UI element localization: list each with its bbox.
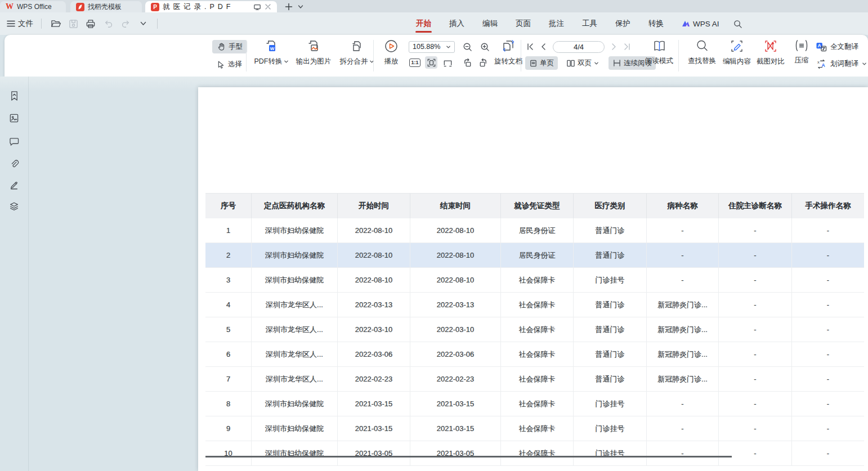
table-cell: - (647, 441, 719, 465)
table-cell: 普通门诊 (574, 293, 647, 317)
single-page-icon (529, 59, 538, 68)
signature-panel-icon[interactable] (7, 178, 21, 192)
wps-ai-label: WPS AI (693, 20, 719, 28)
undo-icon[interactable] (102, 17, 114, 30)
redo-icon[interactable] (119, 17, 132, 30)
edit-content-button[interactable]: 编辑内容 (720, 35, 754, 73)
layers-panel-icon[interactable] (7, 199, 21, 214)
save-icon[interactable] (67, 17, 79, 30)
menu-item-home[interactable]: 开始 (415, 12, 432, 35)
print-icon[interactable] (84, 17, 97, 30)
bookmark-panel-icon[interactable] (7, 88, 21, 103)
thumbnail-panel-icon[interactable] (7, 111, 21, 125)
continuous-read-icon (612, 59, 621, 67)
quick-access-chevron-icon[interactable] (137, 17, 149, 30)
page-indicator-value: 4/4 (574, 43, 584, 51)
previous-page-icon[interactable] (538, 41, 548, 53)
menubar-search-icon[interactable] (733, 19, 742, 29)
compress-button[interactable]: 压缩 (789, 35, 815, 73)
table-header-cell: 手术操作名称 (792, 194, 864, 218)
rotate-document-button[interactable]: 旋转文档 (492, 35, 525, 73)
table-cell: 社会保障卡 (501, 416, 574, 441)
table-cell: 普通门诊 (574, 243, 647, 267)
divider (678, 40, 679, 71)
actual-size-button[interactable]: 1:1 (409, 56, 421, 69)
table-row: 4深圳市龙华区人...2022-03-132022-03-13社会保障卡普通门诊… (205, 293, 864, 317)
next-page-icon[interactable] (609, 41, 619, 53)
table-row: 9深圳市妇幼保健院2021-03-152021-03-15社会保障卡门诊挂号--… (205, 416, 864, 441)
full-translate-button[interactable]: A 全文翻译 (816, 39, 867, 54)
read-mode-button[interactable]: 阅读模式 (643, 35, 675, 73)
screenshot-compare-button[interactable]: 截图对比 (754, 35, 788, 73)
menu-item-page[interactable]: 页面 (515, 12, 531, 35)
menu-item-protect[interactable]: 保护 (615, 12, 631, 35)
presentation-monitor-icon[interactable] (253, 3, 261, 11)
close-tab-icon[interactable] (265, 3, 271, 10)
table-cell: 2022-08-10 (338, 268, 410, 292)
tab-wps-office[interactable]: W WPS Office (0, 1, 66, 12)
last-page-icon[interactable] (622, 41, 632, 53)
rotate-left-icon[interactable] (461, 56, 473, 69)
wps-ai-button[interactable]: WPS AI (681, 20, 719, 28)
table-header-cell: 开始时间 (338, 194, 410, 218)
table-cell: 深圳市龙华区人... (252, 317, 338, 342)
table-cell: 深圳市龙华区人... (252, 293, 338, 317)
table-cell: - (792, 367, 864, 391)
file-menu-button[interactable]: 文件 (7, 19, 33, 29)
play-button[interactable]: 播放 (378, 35, 404, 73)
open-file-icon[interactable] (50, 17, 62, 30)
table-row: 1深圳市妇幼保健院2022-08-102022-08-10居民身份证普通门诊--… (205, 218, 864, 243)
table-cell: 深圳市妇幼保健院 (252, 268, 338, 292)
word-translate-button[interactable]: x A 划词翻译 (816, 56, 867, 71)
table-cell: - (792, 317, 864, 342)
export-image-button[interactable]: 输出为图片 (292, 35, 335, 73)
pdf-convert-button[interactable]: W PDF转换 (250, 35, 292, 73)
table-row: 2深圳市妇幼保健院2022-08-102022-08-10居民身份证普通门诊--… (205, 243, 864, 268)
divider (246, 40, 247, 71)
menu-item-comment[interactable]: 批注 (548, 12, 565, 35)
split-merge-button[interactable]: 拆分合并 (335, 35, 379, 73)
table-cell: 门诊挂号 (574, 416, 647, 441)
rotate-right-icon[interactable] (477, 56, 489, 69)
file-menu-label: 文件 (18, 19, 33, 29)
table-cell: 2022-02-23 (410, 367, 501, 391)
zoom-level-dropdown[interactable]: 105.88% (409, 41, 455, 53)
full-translate-icon: A (816, 42, 827, 52)
select-tool-button[interactable]: 选择 (212, 57, 247, 71)
comment-panel-icon[interactable] (7, 134, 21, 149)
single-page-button[interactable]: 单页 (525, 56, 558, 70)
table-cell: - (647, 416, 719, 441)
table-cell: 社会保障卡 (501, 342, 574, 366)
edit-content-label: 编辑内容 (723, 57, 751, 66)
page-indicator-box[interactable]: 4/4 (553, 41, 605, 53)
table-header-cell: 病种名称 (647, 194, 719, 218)
hand-tool-button[interactable]: 手型 (212, 40, 247, 53)
edit-content-icon (730, 39, 744, 53)
table-cell: - (792, 243, 864, 267)
menu-item-edit[interactable]: 编辑 (482, 12, 498, 35)
tab-list-chevron-icon[interactable] (298, 5, 303, 9)
screenshot-compare-icon (763, 39, 778, 53)
table-cell: - (792, 441, 864, 465)
table-cell: 居民身份证 (501, 243, 574, 267)
menu-item-convert[interactable]: 转换 (648, 12, 664, 35)
zoom-out-icon[interactable] (461, 41, 473, 53)
table-cell: - (647, 243, 719, 267)
tab-docer-templates[interactable]: 找稻壳模板 (70, 1, 142, 12)
zoom-in-icon[interactable] (478, 41, 491, 53)
fit-page-button[interactable] (425, 56, 437, 69)
fit-width-button[interactable] (441, 56, 454, 69)
wps-ai-logo-icon (681, 20, 690, 28)
divider (373, 40, 374, 71)
menu-item-tools[interactable]: 工具 (581, 12, 598, 35)
attachment-panel-icon[interactable] (7, 156, 21, 171)
double-page-button[interactable]: 双页 (562, 56, 603, 70)
first-page-icon[interactable] (525, 41, 535, 53)
table-cell: 门诊挂号 (574, 441, 647, 465)
wps-logo-icon: W (6, 2, 14, 11)
menu-item-insert[interactable]: 插入 (449, 12, 465, 35)
find-replace-button[interactable]: 查找替换 (685, 35, 719, 73)
tab-document-active[interactable]: P 就医记录.PDF (145, 1, 277, 12)
screenshot-compare-label: 截图对比 (757, 57, 785, 66)
new-tab-icon[interactable] (285, 3, 293, 11)
